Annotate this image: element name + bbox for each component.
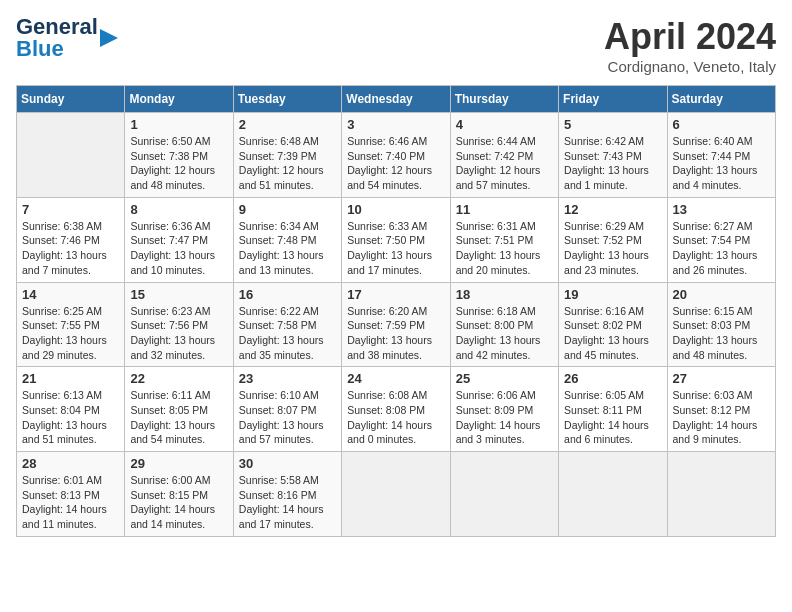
calendar-cell: 14Sunrise: 6:25 AMSunset: 7:55 PMDayligh…	[17, 282, 125, 367]
day-number: 23	[239, 371, 336, 386]
day-number: 3	[347, 117, 444, 132]
day-info: Sunrise: 6:36 AMSunset: 7:47 PMDaylight:…	[130, 219, 227, 278]
day-header-tuesday: Tuesday	[233, 86, 341, 113]
day-number: 8	[130, 202, 227, 217]
day-number: 17	[347, 287, 444, 302]
calendar-cell: 29Sunrise: 6:00 AMSunset: 8:15 PMDayligh…	[125, 452, 233, 537]
calendar-cell: 18Sunrise: 6:18 AMSunset: 8:00 PMDayligh…	[450, 282, 558, 367]
calendar-cell: 4Sunrise: 6:44 AMSunset: 7:42 PMDaylight…	[450, 113, 558, 198]
day-info: Sunrise: 6:34 AMSunset: 7:48 PMDaylight:…	[239, 219, 336, 278]
day-info: Sunrise: 6:22 AMSunset: 7:58 PMDaylight:…	[239, 304, 336, 363]
day-info: Sunrise: 6:00 AMSunset: 8:15 PMDaylight:…	[130, 473, 227, 532]
day-info: Sunrise: 6:18 AMSunset: 8:00 PMDaylight:…	[456, 304, 553, 363]
calendar-cell: 25Sunrise: 6:06 AMSunset: 8:09 PMDayligh…	[450, 367, 558, 452]
calendar-cell: 15Sunrise: 6:23 AMSunset: 7:56 PMDayligh…	[125, 282, 233, 367]
calendar-cell	[342, 452, 450, 537]
calendar-cell: 12Sunrise: 6:29 AMSunset: 7:52 PMDayligh…	[559, 197, 667, 282]
day-header-saturday: Saturday	[667, 86, 775, 113]
calendar-cell: 3Sunrise: 6:46 AMSunset: 7:40 PMDaylight…	[342, 113, 450, 198]
day-info: Sunrise: 6:23 AMSunset: 7:56 PMDaylight:…	[130, 304, 227, 363]
day-number: 2	[239, 117, 336, 132]
calendar-cell: 19Sunrise: 6:16 AMSunset: 8:02 PMDayligh…	[559, 282, 667, 367]
calendar-cell: 6Sunrise: 6:40 AMSunset: 7:44 PMDaylight…	[667, 113, 775, 198]
calendar-cell: 26Sunrise: 6:05 AMSunset: 8:11 PMDayligh…	[559, 367, 667, 452]
page-header: General Blue April 2024 Cordignano, Vene…	[16, 16, 776, 75]
day-number: 5	[564, 117, 661, 132]
calendar-cell: 27Sunrise: 6:03 AMSunset: 8:12 PMDayligh…	[667, 367, 775, 452]
day-info: Sunrise: 6:40 AMSunset: 7:44 PMDaylight:…	[673, 134, 770, 193]
calendar-table: SundayMondayTuesdayWednesdayThursdayFrid…	[16, 85, 776, 537]
calendar-week-row: 14Sunrise: 6:25 AMSunset: 7:55 PMDayligh…	[17, 282, 776, 367]
calendar-cell: 2Sunrise: 6:48 AMSunset: 7:39 PMDaylight…	[233, 113, 341, 198]
day-number: 4	[456, 117, 553, 132]
day-number: 9	[239, 202, 336, 217]
day-info: Sunrise: 6:13 AMSunset: 8:04 PMDaylight:…	[22, 388, 119, 447]
calendar-cell: 7Sunrise: 6:38 AMSunset: 7:46 PMDaylight…	[17, 197, 125, 282]
calendar-cell: 28Sunrise: 6:01 AMSunset: 8:13 PMDayligh…	[17, 452, 125, 537]
calendar-header-row: SundayMondayTuesdayWednesdayThursdayFrid…	[17, 86, 776, 113]
calendar-week-row: 28Sunrise: 6:01 AMSunset: 8:13 PMDayligh…	[17, 452, 776, 537]
calendar-cell	[450, 452, 558, 537]
calendar-cell: 30Sunrise: 5:58 AMSunset: 8:16 PMDayligh…	[233, 452, 341, 537]
day-header-wednesday: Wednesday	[342, 86, 450, 113]
day-number: 18	[456, 287, 553, 302]
day-info: Sunrise: 6:44 AMSunset: 7:42 PMDaylight:…	[456, 134, 553, 193]
day-number: 26	[564, 371, 661, 386]
calendar-cell: 21Sunrise: 6:13 AMSunset: 8:04 PMDayligh…	[17, 367, 125, 452]
calendar-week-row: 1Sunrise: 6:50 AMSunset: 7:38 PMDaylight…	[17, 113, 776, 198]
day-number: 27	[673, 371, 770, 386]
calendar-cell: 23Sunrise: 6:10 AMSunset: 8:07 PMDayligh…	[233, 367, 341, 452]
day-info: Sunrise: 6:16 AMSunset: 8:02 PMDaylight:…	[564, 304, 661, 363]
day-info: Sunrise: 6:15 AMSunset: 8:03 PMDaylight:…	[673, 304, 770, 363]
logo-line2: Blue	[16, 38, 98, 60]
day-info: Sunrise: 6:03 AMSunset: 8:12 PMDaylight:…	[673, 388, 770, 447]
day-info: Sunrise: 6:46 AMSunset: 7:40 PMDaylight:…	[347, 134, 444, 193]
day-number: 20	[673, 287, 770, 302]
day-info: Sunrise: 6:33 AMSunset: 7:50 PMDaylight:…	[347, 219, 444, 278]
day-number: 6	[673, 117, 770, 132]
calendar-cell: 20Sunrise: 6:15 AMSunset: 8:03 PMDayligh…	[667, 282, 775, 367]
day-number: 24	[347, 371, 444, 386]
day-info: Sunrise: 6:48 AMSunset: 7:39 PMDaylight:…	[239, 134, 336, 193]
day-number: 21	[22, 371, 119, 386]
calendar-cell: 16Sunrise: 6:22 AMSunset: 7:58 PMDayligh…	[233, 282, 341, 367]
calendar-cell: 22Sunrise: 6:11 AMSunset: 8:05 PMDayligh…	[125, 367, 233, 452]
day-info: Sunrise: 6:27 AMSunset: 7:54 PMDaylight:…	[673, 219, 770, 278]
day-number: 19	[564, 287, 661, 302]
day-number: 11	[456, 202, 553, 217]
calendar-cell: 17Sunrise: 6:20 AMSunset: 7:59 PMDayligh…	[342, 282, 450, 367]
day-info: Sunrise: 6:25 AMSunset: 7:55 PMDaylight:…	[22, 304, 119, 363]
calendar-cell	[559, 452, 667, 537]
logo: General Blue	[16, 16, 118, 60]
day-info: Sunrise: 6:11 AMSunset: 8:05 PMDaylight:…	[130, 388, 227, 447]
title-section: April 2024 Cordignano, Veneto, Italy	[604, 16, 776, 75]
day-number: 15	[130, 287, 227, 302]
day-number: 12	[564, 202, 661, 217]
day-info: Sunrise: 6:08 AMSunset: 8:08 PMDaylight:…	[347, 388, 444, 447]
logo-line1: General	[16, 16, 98, 38]
calendar-week-row: 7Sunrise: 6:38 AMSunset: 7:46 PMDaylight…	[17, 197, 776, 282]
calendar-cell: 11Sunrise: 6:31 AMSunset: 7:51 PMDayligh…	[450, 197, 558, 282]
day-number: 13	[673, 202, 770, 217]
calendar-cell	[17, 113, 125, 198]
calendar-cell: 1Sunrise: 6:50 AMSunset: 7:38 PMDaylight…	[125, 113, 233, 198]
location-title: Cordignano, Veneto, Italy	[604, 58, 776, 75]
day-header-monday: Monday	[125, 86, 233, 113]
day-header-thursday: Thursday	[450, 86, 558, 113]
calendar-cell	[667, 452, 775, 537]
day-info: Sunrise: 6:50 AMSunset: 7:38 PMDaylight:…	[130, 134, 227, 193]
day-info: Sunrise: 5:58 AMSunset: 8:16 PMDaylight:…	[239, 473, 336, 532]
calendar-cell: 13Sunrise: 6:27 AMSunset: 7:54 PMDayligh…	[667, 197, 775, 282]
day-number: 25	[456, 371, 553, 386]
calendar-week-row: 21Sunrise: 6:13 AMSunset: 8:04 PMDayligh…	[17, 367, 776, 452]
day-info: Sunrise: 6:42 AMSunset: 7:43 PMDaylight:…	[564, 134, 661, 193]
day-info: Sunrise: 6:38 AMSunset: 7:46 PMDaylight:…	[22, 219, 119, 278]
day-number: 28	[22, 456, 119, 471]
calendar-cell: 10Sunrise: 6:33 AMSunset: 7:50 PMDayligh…	[342, 197, 450, 282]
day-number: 22	[130, 371, 227, 386]
day-info: Sunrise: 6:05 AMSunset: 8:11 PMDaylight:…	[564, 388, 661, 447]
svg-marker-0	[100, 29, 118, 47]
calendar-cell: 5Sunrise: 6:42 AMSunset: 7:43 PMDaylight…	[559, 113, 667, 198]
day-number: 16	[239, 287, 336, 302]
month-title: April 2024	[604, 16, 776, 58]
